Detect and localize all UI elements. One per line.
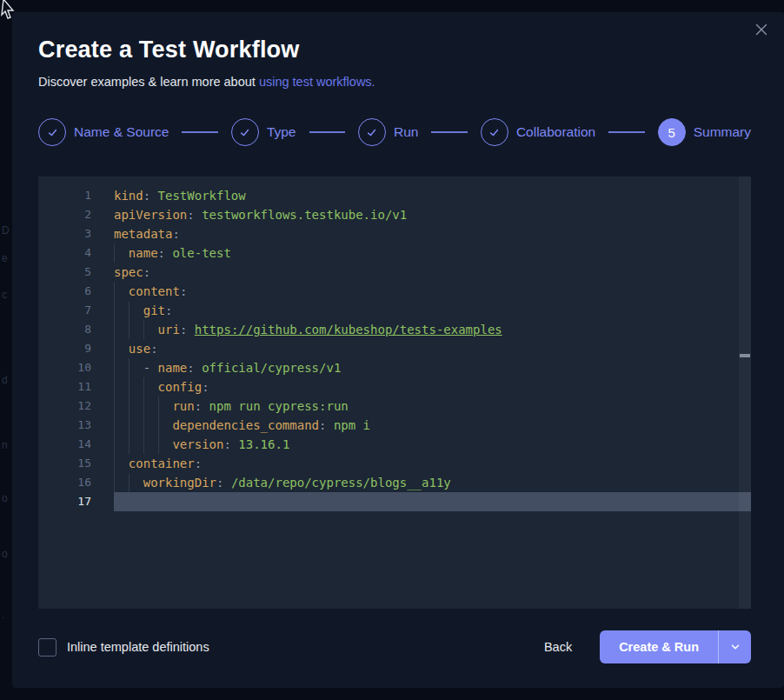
create-test-workflow-modal: Create a Test Workflow Discover examples…	[12, 12, 784, 688]
step-connector	[182, 131, 217, 133]
indent-guide	[143, 435, 144, 454]
check-circle-icon	[358, 118, 386, 146]
line-number: 13	[38, 416, 114, 435]
backdrop-text-fragment: .	[2, 609, 4, 621]
code-line-9: use:	[114, 339, 751, 358]
step-label: Collaboration	[516, 124, 595, 140]
backdrop-text-fragment: e	[2, 252, 8, 264]
line-number: 4	[38, 243, 114, 263]
code-line-5: spec:	[114, 263, 751, 282]
indent-guide	[114, 243, 115, 263]
indent-guide	[143, 397, 144, 416]
code-line-2: apiVersion: testworkflows.testkube.io/v1	[114, 205, 751, 224]
code-line-17	[114, 492, 751, 511]
indent-guide	[129, 473, 130, 492]
indent-guide	[143, 320, 144, 339]
step-collaboration[interactable]: Collaboration	[481, 118, 595, 146]
code-line-12: run: npm run cypress:run	[114, 397, 751, 416]
line-number: 17	[38, 492, 114, 511]
code-line-13: dependencies_command: npm i	[114, 416, 751, 435]
editor-scrollbar[interactable]	[739, 177, 751, 609]
indent-guide	[114, 416, 115, 435]
step-connector	[608, 131, 644, 133]
step-label: Name & Source	[74, 124, 169, 140]
line-number: 3	[38, 224, 114, 243]
step-label: Type	[267, 124, 296, 140]
indent-guide	[114, 301, 115, 320]
code-line-10: - name: official/cypress/v1	[114, 358, 751, 377]
inline-template-checkbox[interactable]	[38, 638, 56, 657]
indent-guide	[129, 358, 130, 377]
step-name-source[interactable]: Name & Source	[38, 118, 169, 146]
step-connector	[431, 131, 467, 133]
step-label: Summary	[694, 124, 751, 140]
close-icon[interactable]	[753, 21, 770, 38]
step-summary[interactable]: 5Summary	[658, 118, 751, 146]
code-line-1: kind: TestWorkflow	[114, 186, 751, 205]
code-line-7: git:	[114, 301, 751, 320]
backdrop-text-fragment: d	[2, 374, 8, 386]
backdrop-text-fragment: o	[2, 548, 8, 560]
indent-guide	[114, 454, 115, 473]
indent-guide	[114, 377, 115, 397]
line-number: 8	[38, 320, 114, 339]
indent-guide	[114, 339, 115, 358]
create-and-run-split-button: Create & Run	[600, 630, 751, 663]
line-number: 7	[38, 301, 114, 320]
indent-guide	[129, 416, 130, 435]
indent-guide	[129, 320, 130, 339]
inline-template-checkbox-group[interactable]: Inline template definitions	[38, 638, 209, 657]
indent-guide	[114, 397, 115, 416]
back-button[interactable]: Back	[544, 640, 572, 654]
inline-template-checkbox-label: Inline template definitions	[67, 640, 209, 654]
indent-guide	[158, 416, 159, 435]
step-label: Run	[394, 124, 418, 140]
backdrop-text-fragment: c	[2, 289, 7, 301]
code-line-16: workingDir: /data/repo/cypress/blogs__a1…	[114, 473, 751, 492]
indent-guide	[114, 358, 115, 377]
using-test-workflows-link[interactable]: using test workflows.	[259, 75, 375, 89]
line-number: 14	[38, 435, 114, 454]
line-number: 15	[38, 454, 114, 473]
cursor-position-marker	[740, 354, 750, 357]
indent-guide	[114, 435, 115, 454]
code-line-15: container:	[114, 454, 751, 473]
line-number: 11	[38, 377, 114, 397]
check-circle-icon	[38, 118, 66, 146]
create-and-run-dropdown-button[interactable]	[718, 630, 751, 663]
step-run[interactable]: Run	[358, 118, 418, 146]
step-connector	[309, 131, 345, 133]
line-number: 5	[38, 263, 114, 282]
indent-guide	[143, 377, 144, 397]
step-type[interactable]: Type	[231, 118, 296, 146]
page-backdrop: Decdnoo. Create a Test Workflow Discover…	[0, 0, 784, 700]
create-and-run-button[interactable]: Create & Run	[600, 630, 718, 663]
code-line-3: metadata:	[114, 224, 751, 243]
line-number: 16	[38, 473, 114, 492]
subtitle-text: Discover examples & learn more about	[38, 75, 259, 89]
code-line-8: uri: https://github.com/kubeshop/tests-e…	[114, 320, 751, 339]
indent-guide	[129, 435, 130, 454]
line-number: 1	[38, 186, 114, 205]
code-line-14: version: 13.16.1	[114, 435, 751, 454]
backdrop-text-fragment: o	[2, 492, 8, 504]
line-number: 2	[38, 205, 114, 224]
modal-subtitle: Discover examples & learn more about usi…	[38, 75, 375, 89]
indent-guide	[158, 435, 159, 454]
modal-title: Create a Test Workflow	[38, 37, 299, 63]
indent-guide	[129, 301, 130, 320]
code-line-4: name: ole-test	[114, 243, 751, 263]
yaml-editor[interactable]: 1234567891011121314151617 kind: TestWork…	[38, 177, 751, 609]
check-circle-icon	[231, 118, 259, 146]
line-number: 12	[38, 397, 114, 416]
indent-guide	[158, 397, 159, 416]
step-number-badge: 5	[658, 118, 686, 146]
indent-guide	[114, 282, 115, 301]
editor-gutter: 1234567891011121314151617	[38, 177, 114, 609]
line-number: 10	[38, 358, 114, 377]
backdrop-text-fragment: n	[2, 439, 8, 451]
backdrop-text-fragment: D	[2, 224, 10, 237]
indent-guide	[114, 320, 115, 339]
line-number: 9	[38, 339, 114, 358]
line-number: 6	[38, 282, 114, 301]
